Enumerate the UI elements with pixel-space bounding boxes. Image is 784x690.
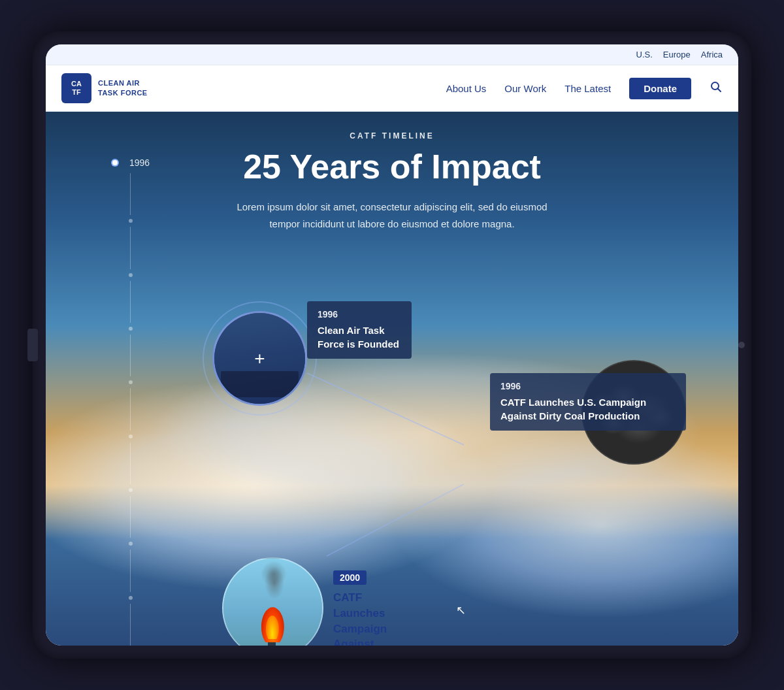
timeline-dot — [129, 435, 133, 438]
timeline-dot — [129, 327, 133, 331]
timeline-dot — [129, 380, 133, 384]
hero-description: Lorem ipsum dolor sit amet, consectetur … — [222, 199, 562, 232]
tablet-power-button — [738, 342, 745, 348]
event-info-founding: 1996 Clean Air Task Force is Founded — [307, 301, 412, 359]
timeline-label: CATF TIMELINE — [350, 131, 434, 140]
nav-links: About Us Our Work The Latest Donate — [446, 78, 723, 99]
timeline-dots — [129, 173, 133, 646]
expand-icon[interactable]: + — [254, 348, 265, 369]
timeline-dot — [129, 219, 133, 223]
tablet-screen: U.S. Europe Africa CATF CLEAN AIR TASK F… — [46, 44, 738, 646]
logo-area: CATF CLEAN AIR TASK FORCE — [61, 73, 446, 103]
event-info-flare: 2000 CATF Launches Campaign Against Supe… — [333, 570, 387, 646]
event-title-founding: Clean Air Task Force is Founded — [318, 323, 401, 351]
nav-the-latest[interactable]: The Latest — [564, 83, 611, 94]
logo-icon[interactable]: CATF — [61, 73, 91, 103]
event-year-founding: 1996 — [318, 309, 401, 320]
region-bar: U.S. Europe Africa — [46, 44, 738, 65]
event-year-flare: 2000 — [333, 570, 367, 585]
timeline-year: 1996 — [129, 157, 150, 168]
timeline-dot — [129, 542, 133, 546]
event-title-flare: CATF Launches Campaign Against Super Pol… — [333, 590, 387, 646]
timeline-dot — [129, 273, 133, 277]
svg-line-1 — [718, 88, 721, 91]
hero-section: CATF TIMELINE 25 Years of Impact Lorem i… — [46, 112, 738, 646]
timeline-active-dot — [111, 159, 119, 167]
event-year-coal: 1996 — [500, 381, 676, 391]
search-icon[interactable] — [710, 80, 723, 97]
nav-our-work[interactable]: Our Work — [504, 83, 546, 94]
logo-letters: CATF — [71, 80, 82, 97]
nav-about-us[interactable]: About Us — [446, 83, 487, 94]
event-title-coal: CATF Launches U.S. Campaign Against Dirt… — [500, 395, 676, 423]
timeline-line: 1996 — [111, 112, 150, 646]
region-link-us[interactable]: U.S. — [636, 50, 653, 59]
timeline-dot — [129, 596, 133, 600]
logo-text: CLEAN AIR TASK FORCE — [98, 78, 148, 99]
hero-title: 25 Years of Impact — [243, 148, 541, 186]
tablet-side-button — [27, 329, 38, 361]
event-card-founding[interactable]: + 1996 Clean Air Task Force is Founded ↖ — [203, 301, 317, 416]
region-link-africa[interactable]: Africa — [701, 50, 723, 59]
event-card-coal[interactable]: 1996 CATF Launches U.S. Campaign Against… — [581, 360, 686, 465]
donate-button[interactable]: Donate — [629, 78, 691, 99]
event-circle-flare — [222, 557, 323, 646]
timeline-dot — [129, 488, 133, 492]
tablet-frame: U.S. Europe Africa CATF CLEAN AIR TASK F… — [33, 31, 751, 659]
event-card-flare[interactable]: 2000 CATF Launches Campaign Against Supe… — [222, 557, 323, 646]
event-info-coal: 1996 CATF Launches U.S. Campaign Against… — [490, 373, 686, 431]
nav-bar: CATF CLEAN AIR TASK FORCE About Us Our W… — [46, 65, 738, 112]
region-link-europe[interactable]: Europe — [663, 50, 691, 59]
